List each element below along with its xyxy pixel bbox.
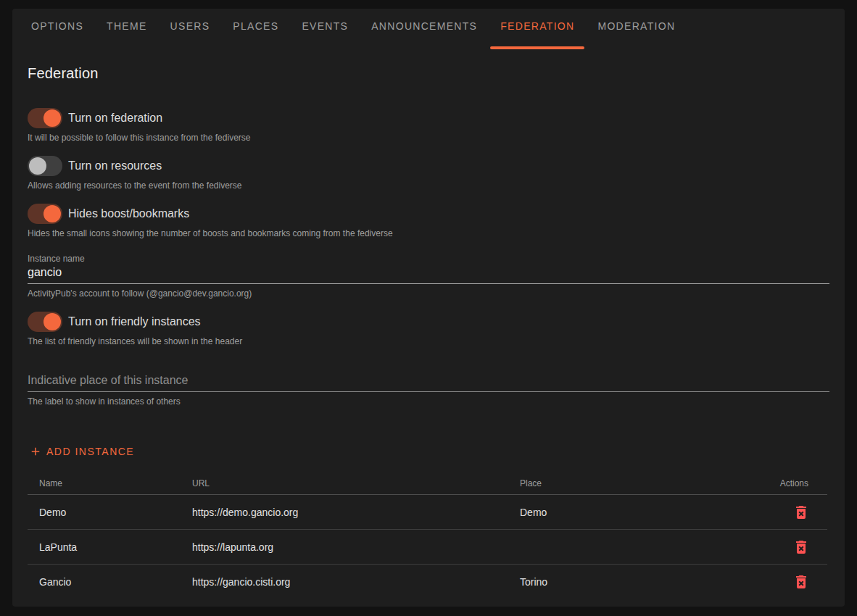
- instance-url-cell: https://demo.gancio.org: [181, 507, 508, 518]
- toggle-thumb: [44, 109, 61, 127]
- instance-place-cell: Torino: [508, 576, 740, 588]
- add-instance-label: ADD INSTANCE: [46, 446, 134, 457]
- instance-name-cell: Gancio: [28, 576, 181, 588]
- instance-name-field-group: Instance name ActivityPub's account to f…: [28, 251, 829, 299]
- header-url: URL: [181, 478, 508, 488]
- page-title: Federation: [28, 65, 829, 82]
- tab-theme[interactable]: THEME: [95, 9, 159, 43]
- instance-name-input[interactable]: [28, 265, 829, 284]
- instance-url-cell: https://lapunta.org: [181, 541, 508, 553]
- instance-name-label: Instance name: [28, 254, 85, 264]
- plus-icon: [29, 445, 42, 458]
- friendly-instances-toggle[interactable]: [28, 312, 62, 332]
- delete-instance-button[interactable]: [790, 536, 813, 559]
- toggle-hint: It will be possible to follow this insta…: [28, 133, 829, 143]
- tab-moderation[interactable]: MODERATION: [586, 9, 687, 43]
- trash-icon: [792, 538, 810, 556]
- toggle-label: Turn on federation: [68, 112, 162, 125]
- tab-events[interactable]: EVENTS: [290, 9, 360, 43]
- resources-toggle[interactable]: [28, 156, 62, 176]
- federation-toggle[interactable]: [28, 108, 62, 128]
- setting-hides-boost-bookmarks: Hides boost/bookmarks Hides the small ic…: [28, 204, 829, 238]
- toggle-label: Turn on friendly instances: [68, 315, 201, 328]
- tab-options[interactable]: OPTIONS: [20, 9, 95, 43]
- tab-announcements[interactable]: ANNOUNCEMENTS: [360, 9, 489, 43]
- toggle-thumb: [44, 205, 61, 222]
- trash-icon: [792, 573, 810, 591]
- instance-place-field-group: The label to show in instances of others: [28, 368, 829, 407]
- table-header-row: Name URL Place Actions: [28, 472, 827, 495]
- toggle-thumb: [29, 157, 46, 175]
- table-row: Gancio https://gancio.cisti.org Torino: [28, 565, 827, 599]
- delete-instance-button[interactable]: [790, 501, 813, 524]
- setting-turn-on-federation: Turn on federation It will be possible t…: [28, 108, 829, 143]
- instance-name-hint: ActivityPub's account to follow (@gancio…: [28, 288, 829, 299]
- header-place: Place: [508, 478, 740, 488]
- toggle-hint: Hides the small icons showing the number…: [28, 228, 829, 238]
- admin-settings-card: OPTIONS THEME USERS PLACES EVENTS ANNOUN…: [12, 9, 845, 607]
- hide-boost-toggle[interactable]: [28, 204, 62, 224]
- toggle-hint: The list of friendly instances will be s…: [28, 336, 829, 346]
- instance-name-cell: LaPunta: [28, 541, 181, 553]
- instance-place-hint: The label to show in instances of others: [28, 396, 829, 407]
- instance-url-cell: https://gancio.cisti.org: [181, 576, 508, 588]
- table-row: Demo https://demo.gancio.org Demo: [28, 495, 827, 530]
- federation-settings-panel: Federation Turn on federation It will be…: [12, 65, 845, 599]
- toggle-label: Hides boost/bookmarks: [68, 207, 189, 220]
- instance-place-input[interactable]: [28, 368, 829, 392]
- toggle-label: Turn on resources: [68, 159, 162, 172]
- header-name: Name: [28, 478, 181, 488]
- trusted-instances-table: Name URL Place Actions Demo https://demo…: [28, 472, 827, 599]
- tab-places[interactable]: PLACES: [221, 9, 290, 43]
- delete-instance-button[interactable]: [790, 570, 813, 594]
- toggle-hint: Allows adding resources to the event fro…: [28, 180, 829, 191]
- add-instance-button[interactable]: ADD INSTANCE: [28, 438, 141, 465]
- toggle-thumb: [44, 313, 61, 330]
- setting-turn-on-resources: Turn on resources Allows adding resource…: [28, 156, 829, 191]
- header-actions: Actions: [740, 478, 827, 488]
- trash-icon: [792, 504, 810, 521]
- instance-place-cell: Demo: [508, 507, 740, 518]
- setting-turn-on-friendly-instances: Turn on friendly instances The list of f…: [28, 312, 829, 346]
- admin-tabs: OPTIONS THEME USERS PLACES EVENTS ANNOUN…: [12, 9, 845, 43]
- table-row: LaPunta https://lapunta.org: [28, 530, 827, 565]
- instance-name-cell: Demo: [28, 507, 181, 518]
- tab-federation[interactable]: FEDERATION: [489, 9, 586, 43]
- tab-users[interactable]: USERS: [159, 9, 222, 43]
